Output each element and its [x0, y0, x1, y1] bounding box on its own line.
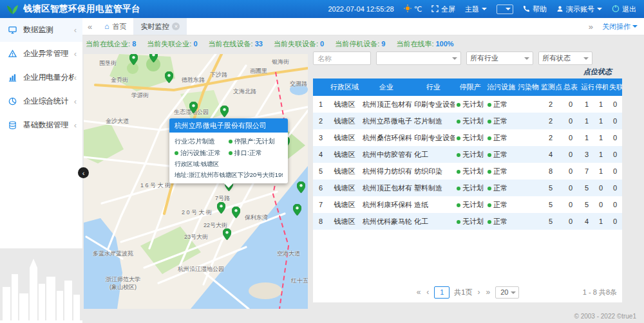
company-select[interactable] [376, 51, 461, 65]
current-page-box[interactable]: 1 [434, 286, 450, 299]
map-panel[interactable]: 围垦街金乔街学源街德胜东路下沙路画圃里文海北路交溯路银海街金沙大道生态湿地公园1… [84, 54, 308, 309]
table-row[interactable]: 7钱塘区杭州利康环保科技有限公司造纸无计划正常50500 [313, 196, 622, 213]
table-row[interactable]: 8钱塘区杭州优科豪马轮胎有限公司化工无计划正常50410 [313, 213, 622, 230]
table-cell: 6 [313, 180, 328, 196]
tabs-scroll-left-button[interactable]: « [82, 22, 97, 32]
sidebar-item-label: 企业用电量分析 [23, 72, 74, 83]
stat-label: 当前失联企业: [147, 40, 193, 48]
sidebar-item-base-data[interactable]: 基础数据管理‹ [0, 113, 82, 137]
next-page-button[interactable]: › [477, 288, 480, 297]
status-select[interactable]: 所有状态 [538, 51, 592, 65]
table-row[interactable]: 5钱塘区杭州得力纺织有限公司纺织印染无计划正常80710 [313, 163, 622, 180]
map-pin-icon[interactable] [293, 204, 301, 216]
column-header: 行业 [412, 78, 455, 96]
map-pin-icon[interactable] [232, 207, 240, 218]
map-pin-icon[interactable] [220, 106, 229, 117]
column-header: 治污设施 [486, 78, 516, 96]
map-pin-icon[interactable] [129, 54, 138, 65]
table-cell: 化工 [412, 146, 455, 163]
tab-realtime-monitor[interactable]: 实时监控 × [133, 18, 187, 35]
chevron-down-icon [597, 8, 602, 13]
popup-field: 行业:芯片制造 [175, 137, 229, 146]
name-search-input[interactable] [313, 51, 371, 65]
table-cell: 3 [313, 129, 328, 146]
first-page-button[interactable]: « [416, 288, 422, 297]
fullscreen-icon [431, 5, 439, 14]
status-dot-icon [488, 170, 491, 174]
popup-arrow [224, 183, 233, 192]
status-cell: 正常 [486, 163, 516, 180]
page-size-select[interactable]: 20 [495, 286, 519, 299]
tabs-scroll-right-button[interactable]: » [583, 22, 598, 32]
tab-home[interactable]: ⌂ 首页 [97, 18, 133, 35]
close-tab-icon[interactable]: × [172, 23, 180, 30]
table-cell: 3 [580, 146, 594, 163]
logout-button[interactable]: 退出 [612, 5, 636, 14]
status-dot-icon [457, 136, 460, 140]
table-cell: 1 [594, 163, 608, 180]
collapse-panel-button[interactable]: ‹ [78, 167, 89, 178]
map-pin-icon[interactable] [149, 54, 158, 62]
map-label: 23号大街 [184, 233, 208, 241]
last-page-button[interactable]: » [485, 288, 491, 297]
help-button[interactable]: 帮助 [523, 5, 547, 14]
table-row[interactable]: 3钱塘区杭州桑信环保科技有限公司印刷专业设备制造无计划正常20110 [313, 129, 622, 146]
table-cell: 0 [562, 196, 580, 213]
sidebar-item-enterprise-exception[interactable]: 企业异常管理‹ [0, 42, 82, 66]
stat-item: 当前失联设备: 0 [274, 39, 324, 49]
column-header: 行政区域 [328, 78, 361, 96]
stat-value: 100% [436, 40, 454, 48]
table-cell: 钱塘区 [328, 96, 361, 113]
chevron-left-icon: ‹ [74, 25, 77, 35]
popup-field-text: 排口:正常 [234, 149, 262, 158]
stat-value: 0 [193, 40, 197, 48]
status-dot-icon [457, 103, 460, 107]
datetime-label: 2022-07-04 12:55:28 [328, 5, 393, 13]
table-cell: 4 [580, 213, 594, 230]
status-cell: 无计划 [455, 163, 486, 180]
map-pin-icon[interactable] [223, 228, 231, 240]
account-dropdown[interactable]: 演示账号 [556, 5, 602, 14]
monitor-panel: 所有行业 所有状态 点位状态 行政区域企业行业停限产治污设施污染物监测点总表运行… [313, 51, 622, 302]
table-cell: 杭州得力纺织有限公司 [361, 163, 412, 180]
table-cell: 0 [608, 213, 622, 230]
status-cell: 正常 [486, 129, 516, 146]
phone-icon [523, 5, 530, 14]
table-body: 1钱塘区杭州顶正包材有限公司印刷专业设备制造无计划正常201102钱塘区杭州立昂… [313, 96, 622, 230]
sidebar-item-comprehensive-stats[interactable]: 企业综合统计‹ [0, 89, 82, 113]
popup-field: 治污设施:正常 [175, 149, 229, 158]
fullscreen-button[interactable]: 全屏 [431, 5, 455, 14]
alert-icon [8, 50, 19, 58]
map-pin-icon[interactable] [165, 71, 173, 83]
table-row[interactable]: 2钱塘区杭州立昂微电子股份有限公司芯片制造无计划正常20110 [313, 113, 622, 129]
sidebar-item-power-analysis[interactable]: 企业用电量分析‹ [0, 66, 82, 89]
column-header: 停机 [594, 78, 608, 96]
table-row[interactable]: 1钱塘区杭州顶正包材有限公司印刷专业设备制造无计划正常20110 [313, 96, 622, 113]
close-operations-dropdown[interactable]: 关闭操作 [602, 22, 638, 32]
stat-label: 当前在线率: [396, 40, 435, 48]
table-cell [516, 180, 540, 196]
sidebar-item-data-monitor[interactable]: 数据监测‹ [0, 18, 82, 42]
stat-item: 当前失联企业: 0 [147, 39, 197, 49]
status-cell: 无计划 [455, 113, 486, 129]
table-row[interactable]: 4钱塘区杭州中纺胶管有限公司化工无计划正常40310 [313, 146, 622, 163]
table-cell: 1 [594, 129, 608, 146]
table-cell: 1 [594, 213, 608, 230]
industry-select[interactable]: 所有行业 [466, 51, 533, 65]
theme-dropdown[interactable]: 主题 [465, 5, 487, 14]
table-cell: 造纸 [412, 196, 455, 213]
enterprise-table: 行政区域企业行业停限产治污设施污染物监测点总表运行停机失联 1钱塘区杭州顶正包材… [313, 78, 622, 230]
table-cell: 印刷专业设备制造 [412, 96, 455, 113]
chevron-down-icon [511, 291, 516, 297]
prev-page-button[interactable]: ‹ [426, 288, 430, 297]
map-pin-icon[interactable] [189, 102, 198, 113]
table-cell: 杭州利康环保科技有限公司 [361, 196, 412, 213]
table-row[interactable]: 6钱塘区杭州顶正包材有限公司塑料制造无计划正常50500 [313, 180, 622, 196]
map-pin-icon[interactable] [297, 181, 305, 193]
header-mini-select[interactable] [497, 5, 513, 14]
table-cell: 2 [540, 129, 562, 146]
weather-widget: ℃ [404, 5, 422, 14]
popup-body: 行业:芯片制造停限产:无计划治污设施:正常排口:正常行政区域:钱塘区地址:浙江杭… [169, 133, 288, 183]
table-header-row: 行政区域企业行业停限产治污设施污染物监测点总表运行停机失联 [313, 78, 622, 96]
map-pin-icon[interactable] [217, 202, 225, 214]
